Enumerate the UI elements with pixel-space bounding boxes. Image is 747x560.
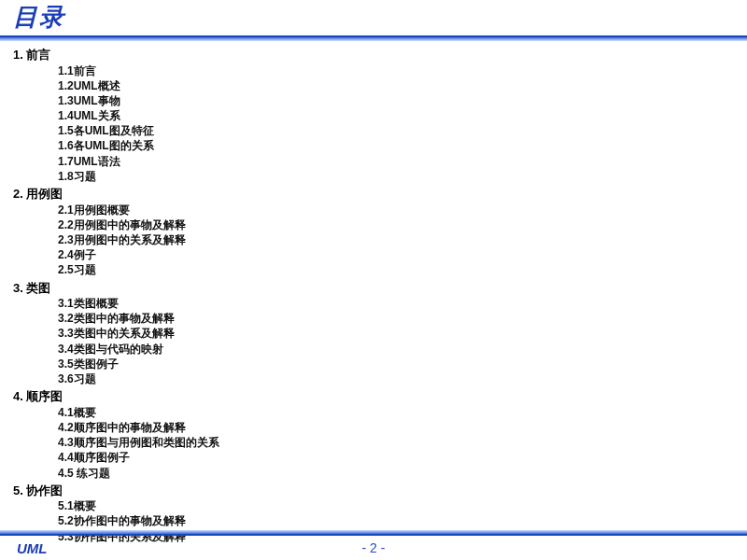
toc-section: 3. 类图3.1类图概要3.2类图中的事物及解释3.3类图中的关系及解释3.4类… [13,280,734,387]
toc-section-head: 1. 前言 [13,47,734,63]
footer-bar: UML - 2 - [0,534,747,560]
toc-item: 1.7UML语法 [58,154,734,169]
toc-section: 1. 前言1.1前言1.2UML概述1.3UML事物1.4UML关系1.5各UM… [13,47,734,184]
toc-item: 2.4例子 [58,247,734,262]
toc-section-head: 3. 类图 [13,280,734,297]
toc-item: 3.3类图中的关系及解释 [58,326,734,341]
toc-item: 3.2类图中的事物及解释 [58,311,734,326]
toc-item: 1.5各UML图及特征 [58,123,734,138]
toc-items: 3.1类图概要3.2类图中的事物及解释3.3类图中的关系及解释3.4类图与代码的… [13,296,734,386]
toc-item: 1.8习题 [58,169,734,184]
toc-content: 1. 前言1.1前言1.2UML概述1.3UML事物1.4UML关系1.5各UM… [0,37,747,544]
toc-item: 3.4类图与代码的映射 [58,342,734,357]
toc-item: 1.1前言 [58,63,734,78]
toc-item: 3.1类图概要 [58,296,734,311]
toc-section: 2. 用例图2.1用例图概要2.2用例图中的事物及解释2.3用例图中的关系及解释… [13,186,734,277]
page-title: 目录 [13,1,65,35]
toc-item: 2.2用例图中的事物及解释 [58,217,734,232]
header-bar: 目录 [0,0,747,37]
toc-item: 2.1用例图概要 [58,203,734,217]
footer-page-number: - 2 - [0,540,747,555]
toc-item: 5.2协作图中的事物及解释 [58,513,734,528]
toc-item: 2.5习题 [58,262,734,277]
toc-items: 2.1用例图概要2.2用例图中的事物及解释2.3用例图中的关系及解释2.4例子2… [13,203,734,278]
toc-item: 4.3顺序图与用例图和类图的关系 [58,435,734,450]
toc-section-head: 5. 协作图 [13,483,734,499]
toc-item: 4.2顺序图中的事物及解释 [58,420,734,435]
toc-item: 1.4UML关系 [58,108,734,123]
toc-section-head: 2. 用例图 [13,186,734,203]
toc-item: 1.6各UML图的关系 [58,138,734,153]
toc-items: 1.1前言1.2UML概述1.3UML事物1.4UML关系1.5各UML图及特征… [13,63,734,185]
toc-item: 4.5 练习题 [58,466,734,481]
toc-items: 4.1概要4.2顺序图中的事物及解释4.3顺序图与用例图和类图的关系4.4顺序图… [13,405,734,481]
toc-item: 3.6习题 [58,371,734,386]
toc-item: 4.1概要 [58,405,734,420]
toc-item: 1.2UML概述 [58,78,734,93]
toc-item: 2.3用例图中的关系及解释 [58,232,734,247]
toc-section-head: 4. 顺序图 [13,388,734,405]
toc-section: 4. 顺序图4.1概要4.2顺序图中的事物及解释4.3顺序图与用例图和类图的关系… [13,388,734,480]
toc-item: 5.1概要 [58,498,734,513]
toc-item: 4.4顺序图例子 [58,450,734,465]
toc-item: 1.3UML事物 [58,93,734,108]
toc-item: 3.5类图例子 [58,357,734,371]
